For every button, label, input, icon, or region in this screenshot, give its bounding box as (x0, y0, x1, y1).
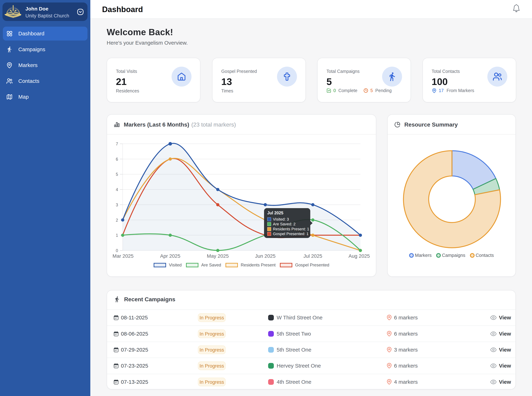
svg-text:Mar 2025: Mar 2025 (112, 253, 134, 259)
svg-text:Apr 2025: Apr 2025 (160, 253, 181, 259)
svg-text:Jul 2025: Jul 2025 (303, 253, 322, 259)
svg-text:Aug 2025: Aug 2025 (349, 253, 370, 259)
svg-text:7: 7 (116, 142, 118, 146)
svg-text:1: 1 (116, 233, 118, 238)
svg-text:0: 0 (116, 248, 118, 253)
svg-text:Jun 2025: Jun 2025 (255, 253, 275, 259)
svg-text:5: 5 (116, 172, 118, 177)
svg-text:4: 4 (116, 187, 118, 192)
svg-text:3: 3 (116, 203, 118, 207)
svg-text:May 2025: May 2025 (207, 253, 229, 259)
svg-text:6: 6 (116, 157, 118, 162)
svg-text:2: 2 (116, 218, 118, 222)
